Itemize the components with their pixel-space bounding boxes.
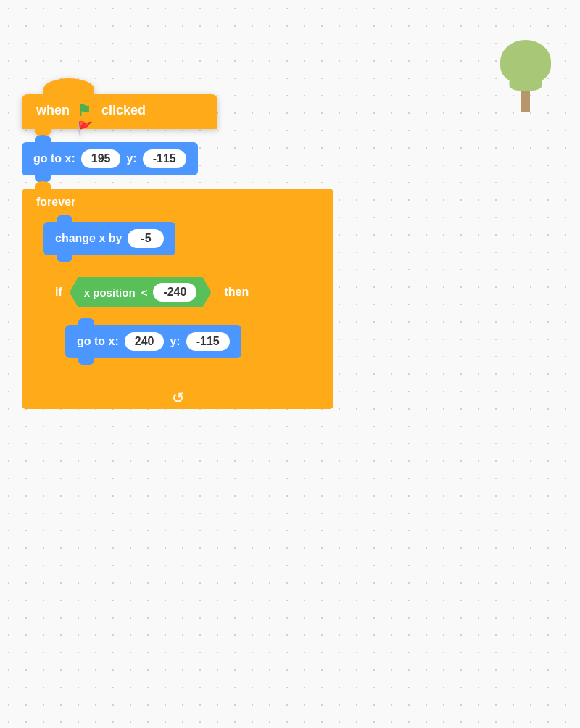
blocks-container: when 🚩 clicked go to x: 195 y: -115 fore… (22, 94, 334, 409)
change-x-value[interactable]: -5 (128, 229, 164, 248)
goto-label-1: go to x: (33, 152, 75, 165)
if-footer (44, 370, 326, 384)
if-header: if x position < -240 then (44, 270, 326, 315)
loop-arrow-icon: ↺ (172, 389, 184, 407)
when-flag-block[interactable]: when 🚩 clicked (22, 94, 218, 129)
y-value-2[interactable]: -115 (186, 332, 230, 351)
x-value-1[interactable]: 195 (81, 149, 121, 168)
when-label: when (36, 103, 70, 118)
forever-label: forever (36, 196, 75, 209)
tree-top (500, 40, 551, 83)
scratch-workspace: when 🚩 clicked go to x: 195 y: -115 fore… (0, 0, 580, 728)
tree-decoration (500, 40, 551, 112)
clicked-label: clicked (102, 103, 146, 118)
goto-label-2: go to x: (77, 335, 119, 348)
goto-y-label-1: y: (126, 152, 136, 165)
change-x-label: change x by (55, 232, 122, 245)
condition-block[interactable]: x position < -240 (70, 277, 212, 307)
tree-trunk (521, 87, 530, 112)
change-x-block[interactable]: change x by -5 (44, 222, 175, 255)
less-than-operator: < (141, 286, 148, 299)
goto-y-label-2: y: (170, 335, 180, 348)
x-position-label: x position (84, 286, 136, 299)
x-value-2[interactable]: 240 (125, 332, 165, 351)
if-label: if (55, 286, 62, 299)
forever-footer: ↺ (22, 387, 334, 409)
if-block[interactable]: if x position < -240 then (44, 270, 326, 384)
go-to-block-2[interactable]: go to x: 240 y: -115 (65, 325, 241, 358)
go-to-block-1[interactable]: go to x: 195 y: -115 (22, 142, 198, 175)
then-label: then (224, 286, 249, 299)
condition-value[interactable]: -240 (153, 283, 196, 302)
if-inner: go to x: 240 y: -115 (65, 315, 326, 370)
forever-block[interactable]: forever change x by -5 (22, 189, 334, 409)
forever-header: forever (22, 189, 334, 216)
green-flag-icon: 🚩 (77, 102, 94, 119)
y-value-1[interactable]: -115 (143, 149, 186, 168)
forever-inner: change x by -5 if x position (44, 216, 334, 387)
